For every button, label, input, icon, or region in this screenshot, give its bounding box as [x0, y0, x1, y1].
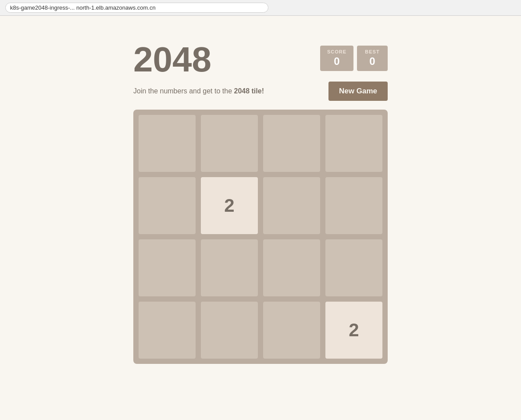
tile — [201, 115, 258, 172]
tile — [263, 239, 320, 296]
score-label: SCORE — [327, 49, 346, 54]
tile — [201, 302, 258, 359]
tile — [325, 115, 382, 172]
tile — [139, 177, 196, 234]
tile — [139, 302, 196, 359]
url-bar: k8s-game2048-ingress-... north-1.elb.ama… — [5, 3, 268, 13]
best-label: BEST — [364, 49, 381, 54]
tile — [263, 177, 320, 234]
game-container: 2048 SCORE 0 BEST 0 Join the numbers and… — [0, 16, 521, 381]
game-title: 2048 — [133, 42, 211, 77]
score-box: SCORE 0 — [320, 46, 353, 71]
score-value: 0 — [327, 55, 346, 68]
subtitle-text: Join the numbers and get to the 2048 til… — [133, 87, 264, 95]
tile: 2 — [325, 302, 382, 359]
browser-bar: k8s-game2048-ingress-... north-1.elb.ama… — [0, 0, 521, 16]
tile — [325, 239, 382, 296]
header: 2048 SCORE 0 BEST 0 — [133, 42, 388, 77]
tile — [139, 239, 196, 296]
best-value: 0 — [364, 55, 381, 68]
best-box: BEST 0 — [357, 46, 388, 71]
tile — [201, 239, 258, 296]
tile — [263, 302, 320, 359]
tile — [263, 115, 320, 172]
game-board: 22 — [133, 110, 388, 364]
tile — [325, 177, 382, 234]
tile: 2 — [201, 177, 258, 234]
scores-area: SCORE 0 BEST 0 — [320, 46, 388, 71]
new-game-button[interactable]: New Game — [328, 82, 388, 101]
subtitle-row: Join the numbers and get to the 2048 til… — [133, 82, 388, 101]
tile — [139, 115, 196, 172]
